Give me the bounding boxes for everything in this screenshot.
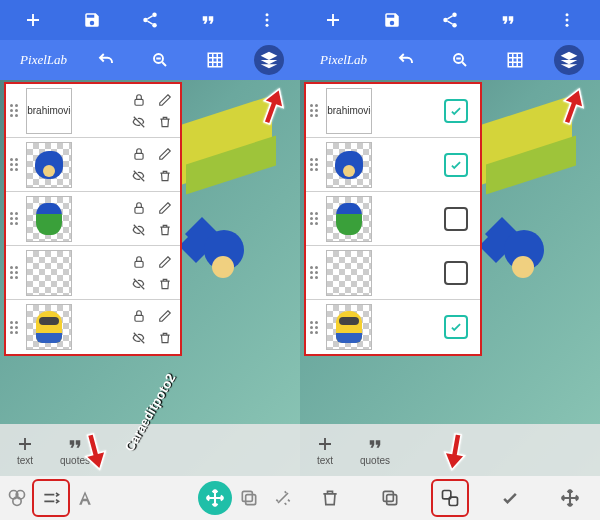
- copy-icon[interactable]: [373, 481, 407, 515]
- lock-icon[interactable]: [126, 251, 152, 273]
- move-icon[interactable]: [553, 481, 587, 515]
- layer-checkbox[interactable]: [444, 207, 468, 231]
- visibility-off-icon[interactable]: [126, 165, 152, 187]
- save-icon[interactable]: [77, 5, 107, 35]
- delete-icon[interactable]: [313, 481, 347, 515]
- edit-icon[interactable]: [152, 143, 178, 165]
- quotes-icon[interactable]: [193, 5, 223, 35]
- drag-handle-icon[interactable]: [8, 210, 22, 227]
- layer-row[interactable]: Ibrahimovic: [306, 84, 480, 138]
- delete-icon[interactable]: [152, 219, 178, 241]
- svg-point-23: [565, 24, 568, 27]
- layer-row[interactable]: Ibrahimovic: [6, 84, 180, 138]
- zoom-icon[interactable]: [145, 45, 175, 75]
- layer-thumbnail: [326, 196, 372, 242]
- tutorial-arrow-layers: [258, 86, 288, 126]
- edit-icon[interactable]: [152, 197, 178, 219]
- layers-button[interactable]: [554, 45, 584, 75]
- screen-edit-mode: PixelLab Ibrahimovic: [0, 0, 300, 520]
- confirm-icon[interactable]: [493, 481, 527, 515]
- tutorial-arrow-size: [80, 432, 110, 472]
- add-icon[interactable]: [318, 5, 348, 35]
- visibility-off-icon[interactable]: [126, 111, 152, 133]
- layer-thumbnail: [26, 142, 72, 188]
- layer-checkbox[interactable]: [444, 99, 468, 123]
- lock-icon[interactable]: [126, 143, 152, 165]
- layer-checkbox[interactable]: [444, 315, 468, 339]
- palette-icon[interactable]: [0, 481, 34, 515]
- edit-icon[interactable]: [152, 251, 178, 273]
- svg-point-2: [152, 23, 157, 28]
- drag-handle-icon[interactable]: [308, 102, 322, 119]
- svg-rect-16: [246, 495, 256, 505]
- undo-icon[interactable]: [91, 45, 121, 75]
- layer-thumbnail: [26, 304, 72, 350]
- lock-icon[interactable]: [126, 197, 152, 219]
- drag-handle-icon[interactable]: [308, 319, 322, 336]
- canvas-artwork: [472, 100, 592, 400]
- quotes-icon[interactable]: [493, 5, 523, 35]
- drag-handle-icon[interactable]: [8, 102, 22, 119]
- delete-icon[interactable]: [152, 273, 178, 295]
- layer-checkbox[interactable]: [444, 153, 468, 177]
- drag-handle-icon[interactable]: [308, 264, 322, 281]
- delete-icon[interactable]: [152, 111, 178, 133]
- layer-row[interactable]: [306, 246, 480, 300]
- drag-handle-icon[interactable]: [308, 210, 322, 227]
- layers-panel: Ibrahimovic: [4, 82, 182, 356]
- overflow-icon[interactable]: [252, 5, 282, 35]
- svg-rect-11: [135, 261, 143, 267]
- category-text[interactable]: text: [0, 424, 50, 476]
- screen-select-mode: PixelLab Ibrahimovic: [300, 0, 600, 520]
- visibility-off-icon[interactable]: [126, 327, 152, 349]
- share-icon[interactable]: [135, 5, 165, 35]
- save-icon[interactable]: [377, 5, 407, 35]
- svg-point-3: [265, 13, 268, 16]
- toolbar-primary: [300, 0, 600, 40]
- drag-handle-icon[interactable]: [308, 156, 322, 173]
- svg-point-4: [265, 19, 268, 22]
- visibility-off-icon[interactable]: [126, 273, 152, 295]
- svg-rect-17: [242, 491, 252, 501]
- layer-row[interactable]: [6, 246, 180, 300]
- move-fab[interactable]: [198, 481, 232, 515]
- category-text[interactable]: text: [300, 424, 350, 476]
- overflow-icon[interactable]: [552, 5, 582, 35]
- edit-icon[interactable]: [152, 89, 178, 111]
- layer-checkbox[interactable]: [444, 261, 468, 285]
- drag-handle-icon[interactable]: [8, 319, 22, 336]
- layers-button[interactable]: [254, 45, 284, 75]
- layer-row[interactable]: [306, 300, 480, 354]
- layer-row[interactable]: [306, 192, 480, 246]
- layer-row[interactable]: [306, 138, 480, 192]
- layer-row[interactable]: [6, 138, 180, 192]
- svg-rect-7: [208, 53, 222, 67]
- share-icon[interactable]: [435, 5, 465, 35]
- grid-icon[interactable]: [500, 45, 530, 75]
- layer-thumbnail: Ibrahimovic: [26, 88, 72, 134]
- add-icon[interactable]: [18, 5, 48, 35]
- layer-row[interactable]: [6, 300, 180, 354]
- delete-icon[interactable]: [152, 327, 178, 349]
- grid-icon[interactable]: [200, 45, 230, 75]
- merge-icon[interactable]: [433, 481, 467, 515]
- drag-handle-icon[interactable]: [8, 264, 22, 281]
- lock-icon[interactable]: [126, 305, 152, 327]
- svg-point-0: [152, 13, 157, 18]
- toolbar-secondary: PixelLab: [0, 40, 300, 80]
- undo-icon[interactable]: [391, 45, 421, 75]
- lock-icon[interactable]: [126, 89, 152, 111]
- delete-icon[interactable]: [152, 165, 178, 187]
- drag-handle-icon[interactable]: [8, 156, 22, 173]
- font-icon[interactable]: [68, 481, 102, 515]
- edit-icon[interactable]: [152, 305, 178, 327]
- zoom-icon[interactable]: [445, 45, 475, 75]
- layer-actions: [126, 251, 178, 295]
- copy-tool-icon[interactable]: [232, 481, 266, 515]
- layer-row[interactable]: [6, 192, 180, 246]
- visibility-off-icon[interactable]: [126, 219, 152, 241]
- magic-icon[interactable]: [266, 481, 300, 515]
- category-quotes[interactable]: quotes: [350, 424, 400, 476]
- size-adjust-icon[interactable]: [34, 481, 68, 515]
- bottom-action-bar: [300, 476, 600, 520]
